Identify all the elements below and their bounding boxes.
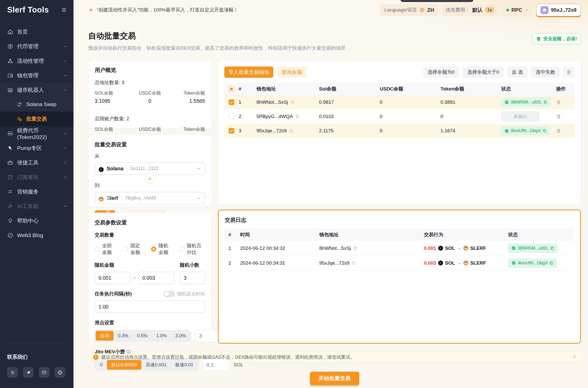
invert-selection-button[interactable]: 反 选: [507, 67, 528, 78]
topbar: “创建流动性并买入”功能，100%最早买入，打造自定义开盘涨幅！ Languag…: [74, 0, 588, 20]
rpc-selector[interactable]: RPC: [502, 4, 533, 16]
slerf-icon: [463, 245, 469, 251]
radio-all-amount[interactable]: 全部金额: [95, 242, 116, 256]
close-icon[interactable]: ×: [573, 354, 576, 360]
tx-status-badge[interactable]: 3BNR5M...u82L: [501, 98, 551, 107]
slippage-0.5[interactable]: 0.5%: [133, 331, 152, 341]
jito-0[interactable]: 0: [96, 360, 107, 370]
query-balance-button[interactable]: 查询余额: [277, 67, 307, 78]
copy-icon[interactable]: [289, 129, 293, 133]
collapse-sidebar-icon[interactable]: [61, 7, 67, 13]
copy-icon[interactable]: [550, 246, 554, 250]
slippage-3.0[interactable]: 3.0%: [171, 331, 190, 341]
arrow-right-icon: →: [457, 245, 461, 251]
sidebar-item-token2022[interactable]: TAX 税费代币(Token2022): [0, 126, 74, 141]
swap-direction-button[interactable]: [145, 173, 155, 183]
radio-fixed-amount[interactable]: 固定金额: [123, 242, 145, 256]
to-token-select[interactable]: Slerf | 7BgBvy...VkM3: [95, 192, 205, 204]
copy-icon[interactable]: [543, 129, 547, 133]
info-icon[interactable]: [126, 350, 131, 354]
sidebar-item-solana-swap[interactable]: Solana Swap: [0, 97, 74, 112]
jito-fast[interactable]: 高速0.001: [141, 360, 171, 370]
tax-token-icon: TAX: [7, 131, 13, 137]
sidebar-item-news[interactable]: 订阅资讯: [0, 170, 74, 184]
random-decimals-input[interactable]: [180, 272, 205, 284]
sidebar-item-market-bot[interactable]: 做市机器人: [0, 83, 74, 97]
liquidity-icon: [7, 58, 13, 64]
from-token-select[interactable]: Solana | So1111...1112: [95, 162, 205, 175]
safety-notice-badge[interactable]: 安全提醒，必读!: [532, 33, 581, 44]
jito-default[interactable]: 默认0.00003: [107, 360, 141, 370]
tx-status-badge[interactable]: 4kmUfN...DbgX: [501, 126, 550, 135]
copy-icon[interactable]: [549, 261, 554, 265]
sidebar-item-wallet-mgmt[interactable]: 钱包管理: [0, 68, 74, 83]
random-max-input[interactable]: [139, 272, 174, 284]
trade-params-card: 交易参数设置 交易数量 全部金额 固定金额 随机金额 随机百分比 随机金额: [88, 213, 211, 340]
language-selector[interactable]: Language/语言 ZH: [380, 4, 438, 16]
import-wallets-button[interactable]: 导入批量交易钱包: [224, 67, 273, 78]
sidebar-item-tools[interactable]: 便捷工具: [0, 155, 74, 170]
sidebar-item-pump-zone[interactable]: Pump专区: [0, 141, 74, 155]
total-address-count: 总地址数量: 3: [95, 79, 205, 86]
select-zero-balance-button[interactable]: 选择余额为0: [423, 67, 459, 78]
chevron-down-icon: [197, 166, 201, 171]
sidebar-item-home[interactable]: 首页: [0, 24, 74, 39]
content: 自动批量交易 预设并自动执行交易指令，轻松实现批量在DEX交易，提高了交易的效率…: [74, 20, 588, 385]
sidebar-item-token-mgmt[interactable]: 代币管理: [0, 39, 74, 54]
delete-selected-button[interactable]: [563, 67, 574, 78]
copy-icon[interactable]: [295, 114, 300, 119]
wallet-address: 95xJ..72s9: [551, 7, 577, 13]
interval-input[interactable]: [95, 301, 205, 313]
random-delay-label: 随机延迟时间: [177, 291, 205, 297]
sidebar-item-help-center[interactable]: 帮助中心: [0, 213, 74, 228]
radio-random-amount[interactable]: 随机金额: [151, 242, 173, 256]
start-batch-trade-button[interactable]: 开始批量交易: [310, 372, 359, 385]
slippage-1.0[interactable]: 1.0%: [152, 331, 171, 341]
twitter-x-icon[interactable]: [7, 367, 18, 378]
jito-turbo[interactable]: 极速0.01: [171, 360, 198, 370]
copy-icon[interactable]: [290, 100, 295, 105]
select-failed-button[interactable]: 选中失败: [531, 67, 560, 78]
sidebar-item-web3-blog[interactable]: Web3 Blog: [0, 228, 74, 242]
wallet-row-1: 1 8hWNot...SxSj 0.9817 0 0.3891 3BNR5M..…: [224, 95, 574, 109]
batch-trade-icon: [16, 116, 22, 122]
email-icon[interactable]: [39, 367, 50, 378]
random-delay-toggle[interactable]: [164, 291, 175, 297]
params-title: 交易参数设置: [95, 219, 205, 226]
delete-row-icon[interactable]: [556, 100, 574, 105]
sidebar-item-batch-trade[interactable]: 批量交易: [0, 112, 74, 126]
tx-status-badge[interactable]: 4kmUfN...DbgX: [508, 258, 557, 268]
log-row-1: 1 2024-06-12 00:34:32 8hWNot...SxSj 0.00…: [225, 241, 574, 256]
log-table: # 时间 钱包地址 交易行为 状态 1 2024-06-12 00:34:32 …: [225, 229, 574, 270]
row-checkbox[interactable]: [229, 128, 234, 134]
telegram-icon[interactable]: [23, 367, 34, 378]
globe-icon: [419, 7, 425, 13]
row-checkbox[interactable]: [229, 114, 234, 119]
copy-icon[interactable]: [353, 246, 358, 250]
slippage-0.3[interactable]: 0.3%: [114, 331, 133, 341]
wallets-table-header: # 钱包地址 Sol余额 USDC余额 Token余额 状态 操作: [224, 83, 574, 95]
sidebar-item-ai-toolbox[interactable]: AI工具箱: [0, 199, 74, 213]
sidebar-item-liquidity-mgmt[interactable]: 流动性管理: [0, 54, 74, 68]
copy-icon[interactable]: [352, 261, 356, 265]
chevron-down-icon: [197, 196, 201, 200]
select-all-checkbox[interactable]: [229, 86, 234, 92]
select-nonzero-balance-button[interactable]: 选择余额大于0: [463, 67, 504, 78]
slippage-auto[interactable]: 自动: [96, 331, 114, 341]
tx-status-badge[interactable]: 3BNR5M...u82L: [508, 244, 558, 253]
sidebar-item-marketing[interactable]: 营销服务: [0, 184, 74, 199]
priority-fee-selector[interactable]: 优先费用： 默认 1x: [442, 4, 499, 16]
jito-custom-input[interactable]: [203, 359, 229, 371]
github-icon[interactable]: [55, 367, 65, 378]
contact-label: 联系我们: [0, 343, 74, 360]
sidebar-group-market-bot: 做市机器人 Solana Swap 批量交易: [0, 83, 74, 126]
radio-random-percent[interactable]: 随机百分比: [179, 242, 205, 256]
delete-row-icon[interactable]: [556, 114, 574, 119]
jito-options: 0 默认0.00003 高速0.001 极速0.01 SOL: [95, 359, 205, 371]
copy-icon[interactable]: [543, 100, 547, 104]
page-title: 自动批量交易: [88, 31, 346, 41]
wallet-button[interactable]: 95xJ..72s9: [536, 4, 581, 16]
delete-row-icon[interactable]: [556, 128, 574, 133]
random-min-input[interactable]: [95, 272, 130, 284]
row-checkbox[interactable]: [229, 99, 234, 105]
